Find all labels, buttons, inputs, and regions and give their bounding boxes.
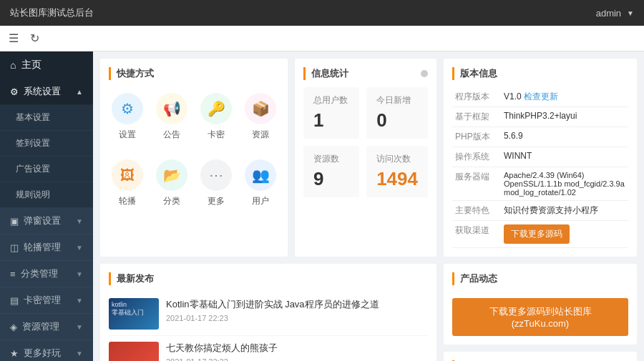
quick-label: 公告 [163,129,180,141]
topbar: 站长图库测试总后台 admin ▼ [0,0,644,26]
table-row: 获取渠道 下载更多源码 [452,221,628,248]
stats-header: 信息统计 [303,67,428,80]
check-update-link[interactable]: 检查更新 [524,92,558,102]
sidebar-item-card[interactable]: ▤ 卡密管理 ▼ [0,287,93,314]
post-thumbnail [109,342,159,361]
right-bottom-col: 产品动态 下载更多源码到站长图库 (zzTuKu.com) 免责声明 ℹ 购买本… [444,264,637,361]
stat-new-today: 今日新增 0 [366,87,428,139]
user-icon: 👥 [245,159,276,191]
admin-label: admin [596,8,621,19]
quick-item-card[interactable]: 🔑 卡密 [197,87,235,147]
posts-card: 最新发布 kotlin零基础入门 Kotlin零基础入门到进阶实战 Java程序… [100,264,436,361]
subnav: ☰ ↻ [0,26,644,51]
stat-label: 今日新增 [376,94,418,107]
disclaimer-card: 免责声明 ℹ 购买本产品的客户请勿涉黄或其他违反国家法律的用途上，如有客户不遵守… [444,352,637,361]
table-row: 操作系统 WINNT [452,147,628,167]
stat-value: 0 [376,109,418,132]
sidebar-item-label: 系统设置 [24,85,61,98]
sidebar-item-system[interactable]: ⚙ 系统设置 ▲ [0,79,93,105]
post-date: 2021-01-17 22:22 [166,357,428,361]
resource-icon: ◈ [10,322,17,332]
sidebar-item-label: 签到设置 [16,137,50,149]
sidebar-home[interactable]: ⌂ 主页 [0,51,93,79]
sidebar-item-label: 更多好玩 [24,347,61,360]
sidebar-home-label: 主页 [21,59,42,71]
quick-label: 更多 [208,195,225,207]
chevron-right-icon: ▼ [76,270,83,278]
topbar-admin[interactable]: admin ▼ [596,8,634,19]
quick-access-card: 快捷方式 ⚙ 设置 📢 公告 🔑 卡密 📦 [100,59,288,257]
stat-value: 1494 [376,168,418,190]
category-icon: 📂 [156,159,187,191]
sidebar-item-label: 分类管理 [21,267,58,280]
download-source-button[interactable]: 下载更多源码 [504,224,570,244]
sidebar-item-ads[interactable]: 广告设置 [0,157,93,182]
stat-label: 资源数 [313,153,349,165]
sidebar-item-popup[interactable]: ▣ 弹窗设置 ▼ [0,208,93,234]
popup-icon: ▣ [10,216,19,227]
right-col: 版本信息 程序版本 V1.0 检查更新 基于框架 ThinkPHP3.2+lay… [444,59,637,257]
sidebar-item-rules[interactable]: 规则说明 [0,182,93,208]
refresh-icon[interactable]: ↻ [30,31,39,45]
more-icon: ⋯ [200,159,232,191]
sidebar-item-label: 规则说明 [16,189,50,201]
version-card: 版本信息 程序版本 V1.0 检查更新 基于框架 ThinkPHP3.2+lay… [444,59,637,257]
sidebar-item-label: 卡密管理 [24,294,61,307]
notice-icon: 📢 [156,93,187,124]
stat-label: 访问次数 [376,153,418,165]
chevron-right-icon: ▼ [76,323,83,331]
post-date: 2021-01-17 22:23 [166,314,428,322]
bottom-row: 最新发布 kotlin零基础入门 Kotlin零基础入门到进阶实战 Java程序… [100,264,637,361]
quick-label: 轮播 [119,195,136,207]
quick-item-resource[interactable]: 📦 资源 [242,87,279,147]
chevron-right-icon: ▼ [76,297,83,305]
stat-label: 总用户数 [313,94,349,107]
card-icon: ▤ [10,295,19,306]
more-icon: ★ [10,348,19,359]
product-download-button[interactable]: 下载更多源码到站长图库 (zzTuKu.com) [452,298,628,336]
table-row: PHP版本 5.6.9 [452,127,628,147]
post-thumbnail: kotlin零基础入门 [109,298,159,330]
quick-item-settings[interactable]: ⚙ 设置 [109,87,146,147]
sidebar-item-carousel[interactable]: ◫ 轮播管理 ▼ [0,234,93,261]
product-card: 产品动态 下载更多源码到站长图库 (zzTuKu.com) [444,264,637,345]
quick-item-carousel[interactable]: 🖼 轮播 [109,154,146,213]
product-title: 产品动态 [452,272,628,285]
quick-item-more[interactable]: ⋯ 更多 [197,154,235,213]
chevron-right-icon: ▼ [76,350,83,357]
sidebar-item-resource[interactable]: ◈ 资源管理 ▼ [0,314,93,340]
top-row: 快捷方式 ⚙ 设置 📢 公告 🔑 卡密 📦 [100,59,637,257]
sidebar-item-label: 广告设置 [16,163,50,175]
chevron-right-icon: ▼ [76,244,83,252]
sidebar-item-basic[interactable]: 基本设置 [0,105,93,131]
stat-resources: 资源数 9 [303,146,359,197]
quick-item-category[interactable]: 📂 分类 [153,154,190,213]
quick-access-title: 快捷方式 [109,67,279,80]
post-title: 七天教你搞定烦人的熊孩子 [166,342,428,355]
sidebar-item-more[interactable]: ★ 更多好玩 ▼ [0,340,93,361]
list-item: kotlin零基础入门 Kotlin零基础入门到进阶实战 Java程序员的进修之… [109,292,428,336]
topbar-title: 站长图库测试总后台 [10,6,94,19]
quick-item-notice[interactable]: 📢 公告 [153,87,190,147]
sidebar-item-signin[interactable]: 签到设置 [0,131,93,157]
system-icon: ⚙ [10,86,19,97]
status-dot [421,70,428,77]
sidebar-item-label: 弹窗设置 [24,214,61,227]
category-icon: ≡ [10,269,16,280]
menu-toggle-icon[interactable]: ☰ [9,31,19,45]
chevron-right-icon: ▼ [76,217,83,225]
sidebar-item-label: 轮播管理 [24,241,61,254]
main-layout: ⌂ 主页 ⚙ 系统设置 ▲ 基本设置 签到设置 广告设 [0,51,644,361]
sidebar: ⌂ 主页 ⚙ 系统设置 ▲ 基本设置 签到设置 广告设 [0,51,93,361]
stat-value: 1 [313,109,349,132]
post-title: Kotlin零基础入门到进阶实战 Java程序员的进修之道 [166,298,428,311]
quick-label: 用户 [252,195,269,207]
sidebar-item-category[interactable]: ≡ 分类管理 ▼ [0,261,93,287]
table-row: 程序版本 V1.0 检查更新 [452,87,628,107]
resource-icon: 📦 [245,93,276,124]
quick-label: 设置 [119,129,136,141]
caret-icon: ▼ [627,9,634,17]
stats-card: 信息统计 总用户数 1 今日新增 0 资源数 9 [295,59,436,257]
quick-item-user[interactable]: 👥 用户 [242,154,279,213]
version-title: 版本信息 [452,67,628,80]
